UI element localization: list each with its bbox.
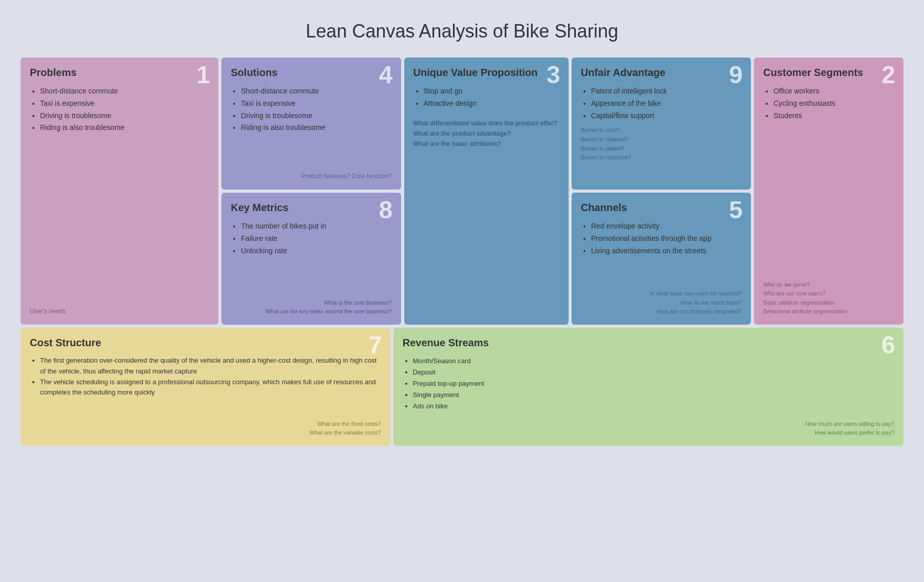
list-item: Riding is also troublesome (40, 122, 209, 134)
uvp-footer: What differentiated value does the produ… (413, 118, 559, 149)
problems-title: Problems (30, 66, 209, 79)
cost-list: The first generation over-considered the… (30, 355, 381, 398)
unfair-number: 9 (729, 63, 743, 87)
channels-cell: 5 Channels Red envelope activity Promoti… (572, 193, 751, 325)
list-item: Driving is troublesome (40, 110, 209, 122)
bottom-row: 7 Cost Structure The first generation ov… (21, 328, 903, 446)
list-item: Failure rate (241, 233, 391, 245)
customer-title: Customer Segments (763, 66, 894, 79)
channels-number: 5 (729, 198, 743, 222)
revenue-cell: 6 Revenue Streams Month/Season card Depo… (393, 328, 903, 446)
list-item: Living advertisements on the streets (591, 245, 742, 257)
customer-list: Office workers Cycling enthusiasts Stude… (763, 85, 894, 122)
channels-title: Channels (581, 201, 742, 214)
problems-list: Short-distance commute Taxi is expensive… (30, 85, 209, 134)
list-item: Students (774, 110, 894, 122)
unfair-column: 9 Unfair Advantage Patent of intelligent… (572, 58, 751, 325)
problems-cell: 1 Problems Short-distance commute Taxi i… (21, 58, 218, 325)
list-item: Deposit (413, 367, 894, 378)
solutions-column: 4 Solutions Short-distance commute Taxi … (221, 58, 401, 325)
list-item: Prepaid top-up payment (413, 378, 894, 389)
solutions-number: 4 (379, 63, 393, 87)
list-item: Apperance of the bike (591, 98, 742, 110)
list-item: Stop and go (424, 85, 559, 98)
cost-title: Cost Structure (30, 336, 381, 349)
list-item: The number of bikes put in (241, 220, 391, 233)
channels-footer: In what ways can users be reached?How do… (581, 289, 742, 316)
problems-number: 1 (197, 63, 211, 87)
list-item: Red envelope activity (591, 220, 742, 233)
list-item: Single payment (413, 389, 894, 401)
uvp-cell: 3 Unique Value Proposition Stop and go A… (404, 58, 569, 325)
list-item: The first generation over-considered the… (40, 355, 381, 377)
unfair-cell: 9 Unfair Advantage Patent of intelligent… (572, 58, 751, 190)
uvp-list: Stop and go Attractive design (413, 85, 559, 110)
list-item: Capital/flow support (591, 110, 742, 122)
key-metrics-number: 8 (379, 198, 393, 222)
solutions-list: Short-distance commute Taxi is expensive… (231, 85, 391, 134)
customer-cell: 2 Customer Segments Office workers Cycli… (754, 58, 903, 325)
page-title: Lean Canvas Analysis of Bike Sharing (10, 10, 914, 58)
list-item: Riding is also troublesome (241, 122, 391, 134)
unfair-title: Unfair Advantage (581, 66, 742, 79)
key-metrics-list: The number of bikes put in Failure rate … (231, 220, 391, 257)
solutions-footer: Product features? Core function? (231, 172, 391, 181)
unfair-list: Patent of intelligent lock Apperance of … (581, 85, 742, 122)
list-item: Patent of intelligent lock (591, 85, 742, 98)
top-row: 1 Problems Short-distance commute Taxi i… (21, 58, 903, 325)
cost-number: 7 (368, 333, 382, 358)
key-metrics-title: Key Metrics (231, 201, 391, 214)
channels-list: Red envelope activity Promotional activi… (581, 220, 742, 257)
customer-number: 2 (881, 63, 895, 87)
list-item: Attractive design (424, 98, 559, 110)
list-item: Taxi is expensive (40, 98, 209, 110)
key-metrics-footer: What is the core business?What are the k… (231, 298, 391, 316)
customer-column: 2 Customer Segments Office workers Cycli… (754, 58, 903, 325)
list-item: Short-distance commute (241, 85, 391, 98)
uvp-column: 3 Unique Value Proposition Stop and go A… (404, 58, 569, 325)
list-item: Ads on bike (413, 401, 894, 412)
solutions-cell: 4 Solutions Short-distance commute Taxi … (221, 58, 401, 190)
uvp-title: Unique Value Proposition (413, 66, 559, 79)
list-item: Cycling enthusiasts (774, 98, 894, 110)
revenue-title: Revenue Streams (403, 336, 894, 349)
list-item: Promotional activities through the app (591, 233, 742, 245)
list-item: Office workers (774, 85, 894, 98)
list-item: Taxi is expensive (241, 98, 391, 110)
list-item: Driving is troublesome (241, 110, 391, 122)
list-item: Short-distance commute (40, 85, 209, 98)
revenue-footer: How much are users willing to pay?How wo… (403, 420, 894, 438)
solutions-title: Solutions (231, 66, 391, 79)
customer-footer: Who do we serve?Who are our core users?B… (763, 280, 894, 316)
unfair-footer: Barrier to cost?Barrier to channel?Barri… (581, 126, 742, 162)
cost-cell: 7 Cost Structure The first generation ov… (21, 328, 390, 446)
canvas-container: 1 Problems Short-distance commute Taxi i… (10, 58, 914, 456)
list-item: Unlocking rate (241, 245, 391, 257)
uvp-number: 3 (546, 63, 560, 87)
key-metrics-cell: 8 Key Metrics The number of bikes put in… (221, 193, 401, 325)
list-item: Month/Season card (413, 355, 894, 367)
problems-footer: User's needs (30, 307, 209, 316)
revenue-number: 6 (881, 333, 895, 358)
cost-footer: What are the fixed costs?What are the va… (30, 420, 381, 438)
list-item: The vehicle scheduling is assigned to a … (40, 377, 381, 399)
revenue-list: Month/Season card Deposit Prepaid top-up… (403, 355, 894, 412)
